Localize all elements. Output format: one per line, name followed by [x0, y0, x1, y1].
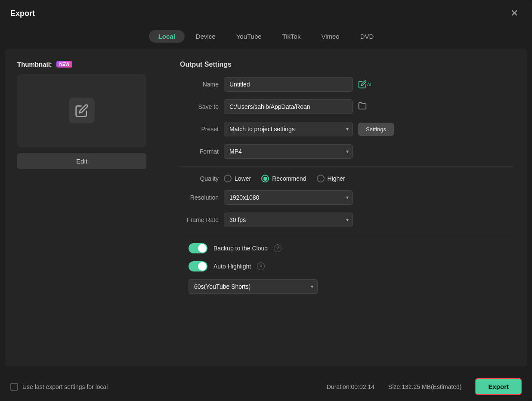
resolution-select[interactable]: 1920x1080 — [224, 190, 353, 205]
radio-recommend-inner — [263, 177, 267, 181]
divider-2 — [180, 235, 513, 235]
main-body: Thumbnail: NEW Edit Output Settings — [5, 49, 527, 367]
resolution-label: Resolution — [180, 194, 219, 201]
save-to-label: Save to — [180, 103, 219, 110]
thumbnail-label: Thumbnail: NEW — [17, 61, 72, 68]
backup-cloud-toggle[interactable] — [189, 243, 207, 253]
new-badge: NEW — [56, 61, 72, 68]
footer-left: Use last export settings for local — [10, 383, 108, 391]
highlight-duration-select[interactable]: 60s(YouTube Shorts) — [189, 279, 318, 294]
export-button[interactable]: Export — [475, 378, 522, 395]
preset-label: Preset — [180, 126, 219, 133]
radio-lower-outer — [224, 175, 232, 182]
left-panel: Thumbnail: NEW Edit — [5, 49, 173, 367]
edit-button[interactable]: Edit — [17, 153, 146, 169]
backup-cloud-row: Backup to the Cloud ? — [180, 243, 513, 253]
format-row: Format MP4 ▾ — [180, 144, 513, 159]
frame-rate-select[interactable]: 30 fps — [224, 213, 353, 227]
dialog-title: Export — [10, 9, 35, 18]
backup-cloud-label: Backup to the Cloud — [213, 245, 268, 252]
footer-meta: Duration:00:02:14 Size:132.25 MB(Estimat… — [327, 378, 522, 395]
radio-higher-outer — [317, 175, 325, 182]
right-panel: Output Settings Name AI Save to — [173, 49, 527, 367]
name-input[interactable] — [224, 77, 353, 92]
format-label: Format — [180, 148, 219, 155]
auto-highlight-toggle[interactable] — [189, 261, 207, 271]
edit-pencil-icon — [69, 98, 95, 123]
highlight-duration-select-wrapper: 60s(YouTube Shorts) ▾ — [189, 279, 318, 294]
thumbnail-preview[interactable] — [17, 74, 146, 147]
format-select[interactable]: MP4 — [224, 144, 353, 159]
highlight-duration-row: 60s(YouTube Shorts) ▾ — [180, 279, 513, 294]
divider-1 — [180, 167, 513, 167]
folder-icon[interactable] — [358, 102, 367, 112]
resolution-row: Resolution 1920x1080 ▾ — [180, 190, 513, 205]
last-export-checkbox[interactable] — [10, 383, 18, 391]
frame-rate-row: Frame Rate 30 fps ▾ — [180, 213, 513, 227]
radio-recommend-outer — [261, 175, 269, 182]
tab-vimeo[interactable]: Vimeo — [312, 30, 349, 43]
auto-highlight-label: Auto Highlight — [213, 263, 251, 270]
footer: Use last export settings for local Durat… — [0, 372, 532, 401]
settings-button[interactable]: Settings — [358, 123, 394, 136]
quality-row: Quality Lower Recommend — [180, 175, 513, 182]
auto-highlight-toggle-thumb — [198, 262, 207, 271]
frame-rate-label: Frame Rate — [180, 216, 219, 223]
ai-label: AI — [367, 82, 371, 87]
backup-cloud-toggle-thumb — [198, 244, 207, 253]
name-label: Name — [180, 81, 219, 88]
backup-cloud-help-icon[interactable]: ? — [274, 244, 281, 252]
tab-tiktok[interactable]: TikTok — [273, 30, 310, 43]
preset-row: Preset Match to project settings ▾ Setti… — [180, 122, 513, 136]
close-button[interactable]: ✕ — [507, 7, 522, 20]
quality-options: Lower Recommend Higher — [224, 175, 345, 182]
format-select-wrapper: MP4 ▾ — [224, 144, 353, 159]
section-title: Output Settings — [180, 61, 513, 68]
preset-select[interactable]: Match to project settings — [224, 122, 353, 136]
tab-dvd[interactable]: DVD — [351, 30, 384, 43]
name-row: Name AI — [180, 77, 513, 92]
quality-recommend[interactable]: Recommend — [261, 175, 306, 182]
quality-label: Quality — [180, 175, 219, 182]
last-export-label: Use last export settings for local — [22, 383, 108, 390]
save-to-input[interactable] — [224, 99, 353, 114]
title-bar: Export ✕ — [0, 0, 532, 27]
content-area: Thumbnail: NEW Edit Output Settings — [5, 49, 527, 367]
preset-select-wrapper: Match to project settings ▾ — [224, 122, 353, 136]
duration-label: Duration:00:02:14 — [327, 383, 374, 390]
resolution-select-wrapper: 1920x1080 ▾ — [224, 190, 353, 205]
save-to-row: Save to — [180, 99, 513, 114]
tab-youtube[interactable]: YouTube — [227, 30, 271, 43]
tab-bar: Local Device YouTube TikTok Vimeo DVD — [0, 27, 532, 49]
size-label: Size:132.25 MB(Estimated) — [388, 383, 461, 390]
ai-icon[interactable]: AI — [358, 80, 371, 89]
auto-highlight-help-icon[interactable]: ? — [257, 262, 265, 270]
quality-higher[interactable]: Higher — [317, 175, 345, 182]
quality-lower[interactable]: Lower — [224, 175, 251, 182]
export-dialog: Export ✕ Local Device YouTube TikTok Vim… — [0, 0, 532, 401]
tab-device[interactable]: Device — [186, 30, 225, 43]
frame-rate-select-wrapper: 30 fps ▾ — [224, 213, 353, 227]
auto-highlight-row: Auto Highlight ? — [180, 261, 513, 271]
tab-local[interactable]: Local — [149, 30, 185, 43]
